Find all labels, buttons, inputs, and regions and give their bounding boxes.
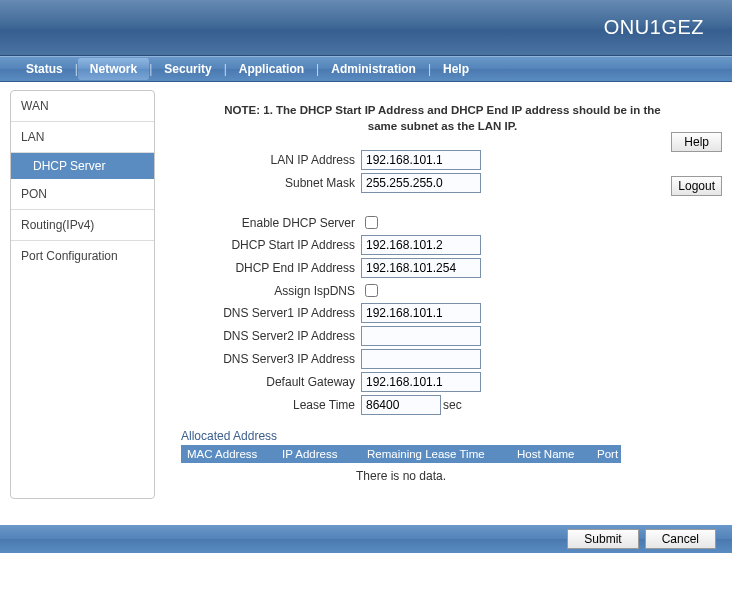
col-pt: Port bbox=[591, 445, 621, 463]
allocated-title: Allocated Address bbox=[181, 429, 714, 443]
gateway-input[interactable] bbox=[361, 372, 481, 392]
dns2-label: DNS Server2 IP Address bbox=[171, 329, 361, 343]
sidebar-item-wan[interactable]: WAN bbox=[11, 91, 154, 122]
assign-ispdns-label: Assign IspDNS bbox=[171, 284, 361, 298]
content-area: Help Logout NOTE: 1. The DHCP Start IP A… bbox=[155, 90, 722, 499]
allocated-empty: There is no data. bbox=[181, 463, 621, 489]
assign-ispdns-checkbox[interactable] bbox=[365, 284, 378, 297]
sidebar-item-dhcp-server[interactable]: DHCP Server bbox=[11, 153, 154, 179]
dns1-label: DNS Server1 IP Address bbox=[171, 306, 361, 320]
lease-label: Lease Time bbox=[171, 398, 361, 412]
lan-ip-label: LAN IP Address bbox=[171, 153, 361, 167]
tab-security[interactable]: Security bbox=[152, 62, 223, 76]
submit-button[interactable]: Submit bbox=[567, 529, 638, 549]
allocated-table: MAC Address IP Address Remaining Lease T… bbox=[181, 445, 621, 489]
note-text: NOTE: 1. The DHCP Start IP Address and D… bbox=[211, 102, 674, 134]
col-ip: IP Address bbox=[276, 445, 361, 463]
dhcp-start-label: DHCP Start IP Address bbox=[171, 238, 361, 252]
enable-dhcp-label: Enable DHCP Server bbox=[171, 216, 361, 230]
sidebar-item-pon[interactable]: PON bbox=[11, 179, 154, 210]
col-hn: Host Name bbox=[511, 445, 591, 463]
tab-network[interactable]: Network bbox=[78, 58, 149, 80]
sidebar-item-routing[interactable]: Routing(IPv4) bbox=[11, 210, 154, 241]
header-bar: ONU1GEZ bbox=[0, 0, 732, 56]
lease-input[interactable] bbox=[361, 395, 441, 415]
dns3-label: DNS Server3 IP Address bbox=[171, 352, 361, 366]
lan-ip-input[interactable] bbox=[361, 150, 481, 170]
dns2-input[interactable] bbox=[361, 326, 481, 346]
top-nav: Status | Network | Security | Applicatio… bbox=[0, 56, 732, 82]
tab-status[interactable]: Status bbox=[14, 62, 75, 76]
help-button[interactable]: Help bbox=[671, 132, 722, 152]
dhcp-end-label: DHCP End IP Address bbox=[171, 261, 361, 275]
sidebar-item-lan[interactable]: LAN bbox=[11, 122, 154, 153]
dhcp-start-input[interactable] bbox=[361, 235, 481, 255]
enable-dhcp-checkbox[interactable] bbox=[365, 216, 378, 229]
footer-bar: Submit Cancel bbox=[0, 525, 732, 553]
dhcp-end-input[interactable] bbox=[361, 258, 481, 278]
col-rlt: Remaining Lease Time bbox=[361, 445, 511, 463]
tab-application[interactable]: Application bbox=[227, 62, 316, 76]
dns3-input[interactable] bbox=[361, 349, 481, 369]
product-title: ONU1GEZ bbox=[604, 16, 704, 39]
tab-administration[interactable]: Administration bbox=[319, 62, 428, 76]
subnet-input[interactable] bbox=[361, 173, 481, 193]
tab-help[interactable]: Help bbox=[431, 62, 481, 76]
cancel-button[interactable]: Cancel bbox=[645, 529, 716, 549]
gateway-label: Default Gateway bbox=[171, 375, 361, 389]
subnet-label: Subnet Mask bbox=[171, 176, 361, 190]
sidebar-item-port-config[interactable]: Port Configuration bbox=[11, 241, 154, 271]
logout-button[interactable]: Logout bbox=[671, 176, 722, 196]
col-mac: MAC Address bbox=[181, 445, 276, 463]
lease-unit: sec bbox=[443, 398, 462, 412]
sidebar: WAN LAN DHCP Server PON Routing(IPv4) Po… bbox=[10, 90, 155, 499]
dns1-input[interactable] bbox=[361, 303, 481, 323]
